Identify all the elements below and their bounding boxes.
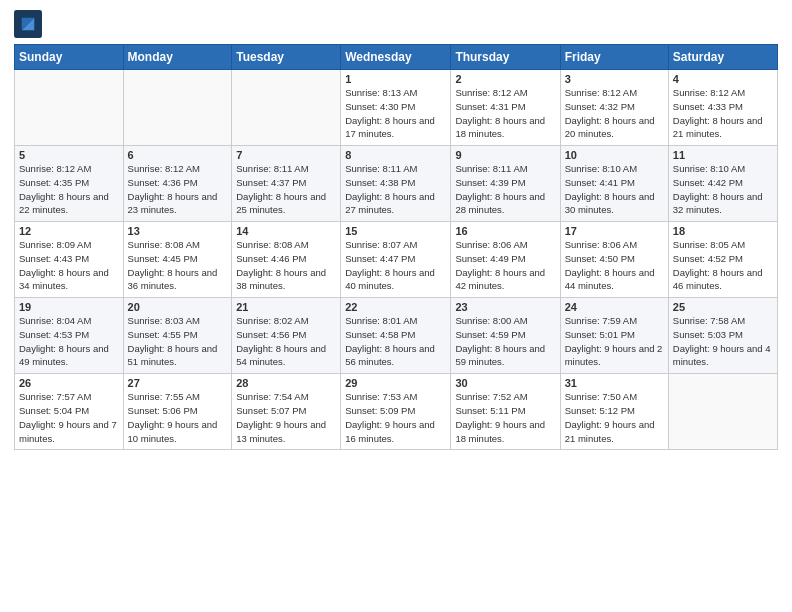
day-number: 22 (345, 301, 446, 313)
calendar-cell: 22Sunrise: 8:01 AM Sunset: 4:58 PM Dayli… (341, 298, 451, 374)
calendar-cell: 30Sunrise: 7:52 AM Sunset: 5:11 PM Dayli… (451, 374, 560, 450)
day-number: 16 (455, 225, 555, 237)
weekday-header-monday: Monday (123, 45, 232, 70)
calendar-cell: 16Sunrise: 8:06 AM Sunset: 4:49 PM Dayli… (451, 222, 560, 298)
day-info: Sunrise: 8:08 AM Sunset: 4:45 PM Dayligh… (128, 238, 228, 293)
calendar-cell: 2Sunrise: 8:12 AM Sunset: 4:31 PM Daylig… (451, 70, 560, 146)
day-info: Sunrise: 8:06 AM Sunset: 4:50 PM Dayligh… (565, 238, 664, 293)
day-info: Sunrise: 7:59 AM Sunset: 5:01 PM Dayligh… (565, 314, 664, 369)
calendar-cell: 17Sunrise: 8:06 AM Sunset: 4:50 PM Dayli… (560, 222, 668, 298)
day-number: 19 (19, 301, 119, 313)
calendar-cell (668, 374, 777, 450)
calendar-cell: 20Sunrise: 8:03 AM Sunset: 4:55 PM Dayli… (123, 298, 232, 374)
calendar-cell: 13Sunrise: 8:08 AM Sunset: 4:45 PM Dayli… (123, 222, 232, 298)
day-info: Sunrise: 8:05 AM Sunset: 4:52 PM Dayligh… (673, 238, 773, 293)
calendar-cell: 5Sunrise: 8:12 AM Sunset: 4:35 PM Daylig… (15, 146, 124, 222)
calendar-body: 1Sunrise: 8:13 AM Sunset: 4:30 PM Daylig… (15, 70, 778, 450)
calendar-cell: 4Sunrise: 8:12 AM Sunset: 4:33 PM Daylig… (668, 70, 777, 146)
day-info: Sunrise: 7:52 AM Sunset: 5:11 PM Dayligh… (455, 390, 555, 445)
calendar-cell: 25Sunrise: 7:58 AM Sunset: 5:03 PM Dayli… (668, 298, 777, 374)
calendar-cell: 9Sunrise: 8:11 AM Sunset: 4:39 PM Daylig… (451, 146, 560, 222)
header (14, 10, 778, 38)
day-info: Sunrise: 7:50 AM Sunset: 5:12 PM Dayligh… (565, 390, 664, 445)
day-number: 23 (455, 301, 555, 313)
day-number: 1 (345, 73, 446, 85)
day-number: 14 (236, 225, 336, 237)
day-info: Sunrise: 8:13 AM Sunset: 4:30 PM Dayligh… (345, 86, 446, 141)
day-info: Sunrise: 8:06 AM Sunset: 4:49 PM Dayligh… (455, 238, 555, 293)
day-number: 24 (565, 301, 664, 313)
calendar-cell (15, 70, 124, 146)
day-number: 12 (19, 225, 119, 237)
day-info: Sunrise: 8:00 AM Sunset: 4:59 PM Dayligh… (455, 314, 555, 369)
calendar-cell: 1Sunrise: 8:13 AM Sunset: 4:30 PM Daylig… (341, 70, 451, 146)
day-info: Sunrise: 8:12 AM Sunset: 4:33 PM Dayligh… (673, 86, 773, 141)
day-number: 15 (345, 225, 446, 237)
day-number: 2 (455, 73, 555, 85)
day-info: Sunrise: 8:04 AM Sunset: 4:53 PM Dayligh… (19, 314, 119, 369)
day-info: Sunrise: 8:10 AM Sunset: 4:41 PM Dayligh… (565, 162, 664, 217)
day-info: Sunrise: 8:02 AM Sunset: 4:56 PM Dayligh… (236, 314, 336, 369)
calendar-cell: 28Sunrise: 7:54 AM Sunset: 5:07 PM Dayli… (232, 374, 341, 450)
day-number: 7 (236, 149, 336, 161)
calendar-cell (232, 70, 341, 146)
day-info: Sunrise: 8:01 AM Sunset: 4:58 PM Dayligh… (345, 314, 446, 369)
day-number: 17 (565, 225, 664, 237)
day-info: Sunrise: 8:10 AM Sunset: 4:42 PM Dayligh… (673, 162, 773, 217)
day-info: Sunrise: 7:57 AM Sunset: 5:04 PM Dayligh… (19, 390, 119, 445)
logo (14, 10, 46, 38)
day-info: Sunrise: 7:53 AM Sunset: 5:09 PM Dayligh… (345, 390, 446, 445)
calendar-cell: 15Sunrise: 8:07 AM Sunset: 4:47 PM Dayli… (341, 222, 451, 298)
day-number: 9 (455, 149, 555, 161)
day-info: Sunrise: 8:11 AM Sunset: 4:38 PM Dayligh… (345, 162, 446, 217)
calendar-cell: 6Sunrise: 8:12 AM Sunset: 4:36 PM Daylig… (123, 146, 232, 222)
day-info: Sunrise: 7:54 AM Sunset: 5:07 PM Dayligh… (236, 390, 336, 445)
calendar-week-1: 1Sunrise: 8:13 AM Sunset: 4:30 PM Daylig… (15, 70, 778, 146)
day-info: Sunrise: 7:55 AM Sunset: 5:06 PM Dayligh… (128, 390, 228, 445)
day-number: 13 (128, 225, 228, 237)
weekday-header-friday: Friday (560, 45, 668, 70)
weekday-header-thursday: Thursday (451, 45, 560, 70)
calendar-cell: 3Sunrise: 8:12 AM Sunset: 4:32 PM Daylig… (560, 70, 668, 146)
calendar-cell: 23Sunrise: 8:00 AM Sunset: 4:59 PM Dayli… (451, 298, 560, 374)
calendar-week-3: 12Sunrise: 8:09 AM Sunset: 4:43 PM Dayli… (15, 222, 778, 298)
calendar-cell: 26Sunrise: 7:57 AM Sunset: 5:04 PM Dayli… (15, 374, 124, 450)
day-number: 25 (673, 301, 773, 313)
calendar-week-4: 19Sunrise: 8:04 AM Sunset: 4:53 PM Dayli… (15, 298, 778, 374)
day-info: Sunrise: 8:07 AM Sunset: 4:47 PM Dayligh… (345, 238, 446, 293)
calendar-cell: 31Sunrise: 7:50 AM Sunset: 5:12 PM Dayli… (560, 374, 668, 450)
calendar-cell: 14Sunrise: 8:08 AM Sunset: 4:46 PM Dayli… (232, 222, 341, 298)
calendar-page: SundayMondayTuesdayWednesdayThursdayFrid… (0, 0, 792, 612)
day-number: 6 (128, 149, 228, 161)
calendar-cell: 21Sunrise: 8:02 AM Sunset: 4:56 PM Dayli… (232, 298, 341, 374)
day-number: 4 (673, 73, 773, 85)
calendar-cell: 10Sunrise: 8:10 AM Sunset: 4:41 PM Dayli… (560, 146, 668, 222)
calendar-week-2: 5Sunrise: 8:12 AM Sunset: 4:35 PM Daylig… (15, 146, 778, 222)
calendar-cell (123, 70, 232, 146)
day-info: Sunrise: 8:03 AM Sunset: 4:55 PM Dayligh… (128, 314, 228, 369)
day-info: Sunrise: 7:58 AM Sunset: 5:03 PM Dayligh… (673, 314, 773, 369)
day-info: Sunrise: 8:08 AM Sunset: 4:46 PM Dayligh… (236, 238, 336, 293)
weekday-header-wednesday: Wednesday (341, 45, 451, 70)
day-number: 21 (236, 301, 336, 313)
weekday-header-saturday: Saturday (668, 45, 777, 70)
day-number: 5 (19, 149, 119, 161)
calendar-week-5: 26Sunrise: 7:57 AM Sunset: 5:04 PM Dayli… (15, 374, 778, 450)
day-number: 27 (128, 377, 228, 389)
day-number: 20 (128, 301, 228, 313)
weekday-header-sunday: Sunday (15, 45, 124, 70)
day-number: 31 (565, 377, 664, 389)
calendar-cell: 11Sunrise: 8:10 AM Sunset: 4:42 PM Dayli… (668, 146, 777, 222)
calendar-cell: 29Sunrise: 7:53 AM Sunset: 5:09 PM Dayli… (341, 374, 451, 450)
logo-icon (14, 10, 42, 38)
weekday-header-tuesday: Tuesday (232, 45, 341, 70)
day-number: 11 (673, 149, 773, 161)
day-info: Sunrise: 8:12 AM Sunset: 4:31 PM Dayligh… (455, 86, 555, 141)
day-info: Sunrise: 8:12 AM Sunset: 4:36 PM Dayligh… (128, 162, 228, 217)
day-number: 26 (19, 377, 119, 389)
day-info: Sunrise: 8:12 AM Sunset: 4:35 PM Dayligh… (19, 162, 119, 217)
day-number: 10 (565, 149, 664, 161)
day-number: 29 (345, 377, 446, 389)
calendar-cell: 12Sunrise: 8:09 AM Sunset: 4:43 PM Dayli… (15, 222, 124, 298)
calendar-cell: 8Sunrise: 8:11 AM Sunset: 4:38 PM Daylig… (341, 146, 451, 222)
